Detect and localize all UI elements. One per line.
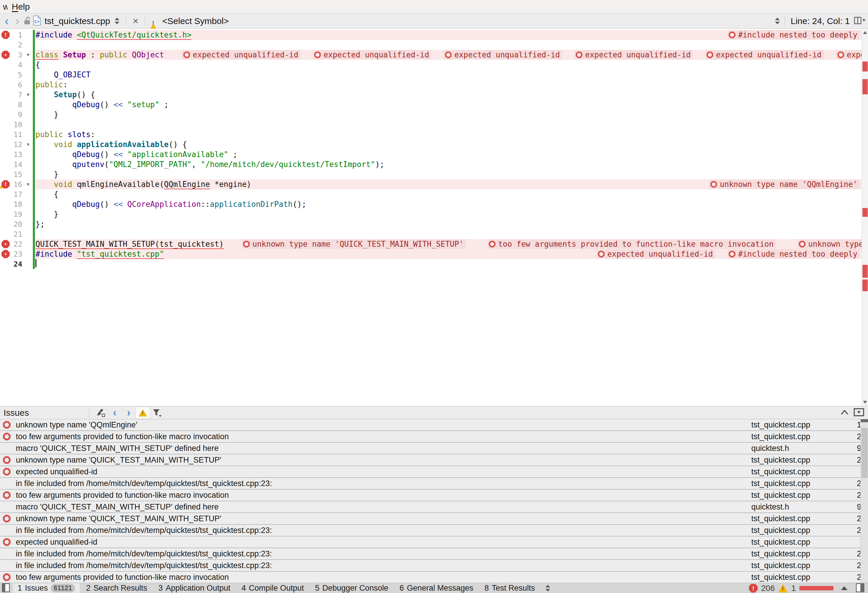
forward-icon[interactable]: › (13, 14, 22, 28)
error-annotation: expected unqualified-id (444, 50, 562, 59)
issue-row[interactable]: macro 'QUICK_TEST_MAIN_WITH_SETUP' defin… (0, 443, 868, 455)
issue-row[interactable]: expected unqualified-idtst_quicktest.cpp… (0, 466, 868, 478)
next-issue-icon[interactable]: › (122, 407, 136, 419)
code-line[interactable]: 12▼ void applicationAvailable() { (0, 140, 868, 149)
code-text: #include <QtQuickTest/quicktest.h> (35, 31, 192, 39)
scroll-down-icon[interactable] (863, 401, 867, 404)
pane-spinner[interactable] (545, 585, 550, 592)
output-tab-test-results[interactable]: 8Test Results (480, 583, 540, 593)
code-line[interactable]: 13 qDebug() << "applicationAvailable" ; (0, 149, 868, 159)
output-tab-general-messages[interactable]: 6General Messages (395, 583, 478, 593)
prev-issue-icon[interactable]: ‹ (108, 407, 122, 419)
code-line[interactable]: •22QUICK_TEST_MAIN_WITH_SETUP(tst_quickt… (0, 239, 868, 249)
issues-scroll-thumb[interactable] (862, 428, 867, 478)
issue-row[interactable]: macro 'QUICK_TEST_MAIN_WITH_SETUP' defin… (0, 501, 868, 513)
issue-row[interactable]: unknown type name 'QUICK_TEST_MAIN_WITH_… (0, 513, 868, 525)
symbol-spinner[interactable] (775, 18, 780, 24)
output-tab-issues[interactable]: 1Issues61121 (13, 583, 80, 593)
file-switch-spinner[interactable] (115, 18, 120, 24)
code-line[interactable]: 11public slots: (0, 129, 868, 140)
code-line[interactable]: 9 } (0, 110, 868, 119)
close-document-button[interactable]: × (130, 15, 141, 26)
back-icon[interactable]: ‹ (2, 14, 11, 28)
menu-help[interactable]: Help (7, 1, 34, 12)
warning-count[interactable]: 1 (791, 584, 796, 593)
filter-icon[interactable] (150, 407, 164, 419)
clipped-menu-item[interactable]: w (3, 2, 7, 12)
maximize-panel-icon[interactable] (853, 408, 865, 418)
issue-row[interactable]: expected unqualified-idtst_quicktest.cpp… (0, 536, 868, 548)
output-tab-compile-output[interactable]: 4Compile Output (237, 583, 309, 593)
issue-row[interactable]: unknown type name 'QUICK_TEST_MAIN_WITH_… (0, 455, 868, 466)
warning-count-icon[interactable] (778, 584, 788, 592)
code-line[interactable]: 7▼ Setup() { (0, 90, 868, 100)
issue-row[interactable]: in file included from /home/mitch/dev/te… (0, 560, 868, 572)
scroll-up-icon[interactable] (863, 31, 867, 34)
issue-row[interactable]: too few arguments provided to function-l… (0, 431, 868, 443)
code-line[interactable]: 10 (0, 119, 868, 129)
code-line[interactable]: !1#include <QtQuickTest/quicktest.h>#inc… (0, 30, 868, 40)
code-text: public: (35, 80, 68, 89)
error-count[interactable]: 206 (761, 584, 775, 593)
code-editor[interactable]: !1#include <QtQuickTest/quicktest.h>#inc… (0, 29, 868, 406)
code-line[interactable]: 18 qDebug() << QCoreApplication::applica… (0, 199, 868, 209)
open-file-name[interactable]: tst_quicktest.cpp (44, 16, 110, 26)
issues-scroll-up-icon[interactable] (861, 419, 868, 422)
code-line[interactable]: 4{ (0, 60, 868, 70)
issue-row[interactable]: unknown type name 'QQmlEngine'tst_quickt… (0, 419, 868, 431)
issue-row[interactable]: in file included from /home/mitch/dev/te… (0, 548, 868, 560)
output-tab-debugger-console[interactable]: 5Debugger Console (310, 583, 393, 593)
code-line[interactable]: 19 } (0, 209, 868, 219)
code-line[interactable]: 6public: (0, 80, 868, 90)
line-col-indicator[interactable]: Line: 24, Col: 1 (791, 16, 850, 26)
error-marker-icon[interactable]: • (1, 51, 10, 59)
scroll-error-mark (862, 265, 868, 278)
unlock-icon[interactable] (24, 16, 31, 26)
fold-marker-icon[interactable]: ▼ (24, 52, 33, 57)
code-line[interactable]: 15 } (0, 169, 868, 179)
code-token (35, 180, 54, 189)
clean-icon[interactable] (93, 407, 108, 419)
output-tab-application-output[interactable]: 3Application Output (154, 583, 235, 593)
code-line[interactable]: 2 (0, 40, 868, 50)
collapse-statusbar-icon[interactable] (841, 586, 847, 590)
issue-row[interactable]: in file included from /home/mitch/dev/te… (0, 478, 868, 490)
code-line[interactable]: 5 Q_OBJECT (0, 70, 868, 80)
issue-file: tst_quicktest.cpp (751, 538, 848, 547)
code-line[interactable]: 17 { (0, 189, 868, 199)
error-annotation: #include nested too deeply (728, 249, 860, 259)
sidebar-toggle-icon[interactable] (2, 583, 10, 593)
code-line[interactable]: •3▼class Setup : public QObjectexpected … (0, 50, 868, 60)
error-ring-icon (598, 251, 605, 258)
editor-scrollbar[interactable] (862, 29, 868, 406)
code-line[interactable]: 21 (0, 229, 868, 239)
fold-marker-icon[interactable]: ▼ (24, 142, 33, 147)
error-marker-icon[interactable]: • (1, 240, 10, 248)
split-editor-icon[interactable] (854, 16, 866, 26)
code-line-body: public: (35, 80, 868, 90)
code-line[interactable]: !16▼ void qmlEngineAvailable(QQmlEngine … (0, 179, 868, 189)
fold-marker-icon[interactable]: ▼ (24, 92, 33, 97)
code-token (63, 130, 68, 139)
fold-marker-icon[interactable]: ▼ (24, 182, 33, 187)
code-line[interactable]: 24 (0, 259, 868, 269)
output-panel-toggle-icon[interactable] (856, 583, 865, 593)
issue-row[interactable]: too few arguments provided to function-l… (0, 490, 868, 501)
code-line[interactable]: 14 qputenv("QML2_IMPORT_PATH", "/home/mi… (0, 159, 868, 169)
collapse-panel-icon[interactable] (840, 409, 849, 417)
code-line[interactable]: 8 qDebug() << "setup" ; (0, 100, 868, 110)
issue-row[interactable]: too few arguments provided to function-l… (0, 572, 868, 583)
issues-scrollbar[interactable] (861, 419, 868, 583)
code-line[interactable]: 20}; (0, 219, 868, 229)
error-marker-icon[interactable]: ! (1, 31, 10, 39)
symbol-selector[interactable]: <Select Symbol> (162, 16, 229, 26)
output-tab-search-results[interactable]: 2Search Results (81, 583, 152, 593)
error-count-icon[interactable]: ! (749, 584, 758, 593)
error-marker-icon[interactable]: • (1, 250, 10, 258)
code-line[interactable]: •23#include "tst_quicktest.cpp"expected … (0, 249, 868, 259)
issue-row[interactable]: in file included from /home/mitch/dev/te… (0, 525, 868, 536)
show-warnings-toggle-icon[interactable] (136, 407, 150, 419)
issue-message: unknown type name 'QUICK_TEST_MAIN_WITH_… (16, 514, 751, 523)
code-token (72, 140, 77, 149)
error-marker-icon[interactable]: ! (1, 180, 10, 188)
